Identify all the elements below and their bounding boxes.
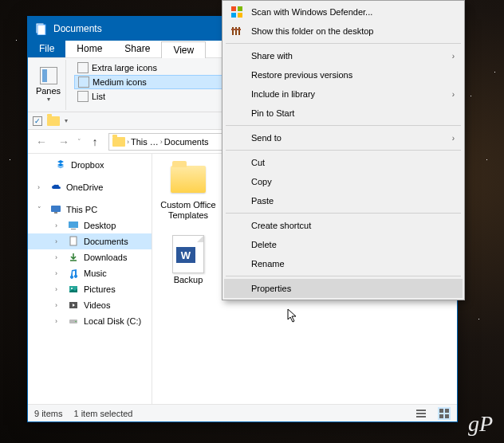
separator [226,125,461,126]
chevron-down-icon[interactable]: ▾ [65,117,68,124]
ctx-rename[interactable]: Rename [224,254,463,273]
ctx-send-to[interactable]: Send to › [224,128,463,147]
ctx-scan-defender[interactable]: Scan with Windows Defender... [224,2,463,22]
separator [226,150,461,151]
watermark: gP [468,411,493,437]
svg-rect-20 [238,6,242,11]
svg-rect-3 [54,212,57,214]
folder-icon[interactable] [47,116,60,126]
tab-view[interactable]: View [161,41,206,58]
pictures-icon [68,284,79,295]
svg-rect-1 [37,25,45,35]
ctx-restore-versions[interactable]: Restore previous versions [224,65,463,84]
chevron-down-icon[interactable]: ˅ [77,138,81,146]
svg-rect-17 [439,414,443,418]
tab-share[interactable]: Share [113,41,161,57]
sidebar-item-videos[interactable]: › Videos [28,297,152,313]
ctx-create-shortcut[interactable]: Create shortcut [224,216,463,235]
separator [226,213,461,214]
chevron-right-icon: › [55,269,63,277]
ctx-include-library[interactable]: Include in library › [224,84,463,104]
chevron-down-icon: ˅ [37,206,45,214]
chevron-right-icon: › [452,52,455,61]
chevron-right-icon: › [452,90,455,99]
chevron-right-icon: › [55,253,63,261]
desktop-icon [68,220,79,231]
chevron-right-icon: › [37,183,45,191]
sidebar-item-documents[interactable]: › Documents [28,233,152,249]
ctx-pin-start[interactable]: Pin to Start [224,104,463,123]
crumb-current[interactable]: Documents [164,137,209,147]
fences-icon [229,23,245,39]
drive-icon [68,316,79,327]
svg-rect-22 [238,13,242,18]
svg-rect-18 [445,414,449,418]
svg-rect-2 [51,206,61,212]
chevron-right-icon: › [55,237,63,245]
word-icon [172,235,204,273]
ribbon-panes-group[interactable]: Panes ▾ [31,60,66,110]
svg-rect-16 [445,409,449,413]
ctx-paste[interactable]: Paste [224,191,463,210]
ctx-delete[interactable]: Delete [224,235,463,254]
svg-rect-23 [232,27,234,35]
cursor-icon [287,308,300,324]
ctx-show-on-desktop[interactable]: Show this folder on the desktop [224,22,463,41]
chevron-right-icon: › [55,222,63,229]
svg-rect-13 [416,413,426,414]
file-backup[interactable]: Backup [159,233,218,305]
tab-home[interactable]: Home [65,41,113,57]
sidebar-item-music[interactable]: › Music [28,265,152,281]
sidebar-item-localdisk[interactable]: › Local Disk (C:) [28,313,152,329]
sidebar-item-downloads[interactable]: › Downloads [28,249,152,265]
documents-icon [34,22,47,35]
checkbox-icon[interactable]: ✓ [33,116,42,126]
ctx-cut[interactable]: Cut [224,153,463,172]
defender-icon [229,4,245,20]
separator [226,43,461,44]
svg-point-8 [71,288,73,289]
back-button[interactable]: ← [33,133,50,151]
tab-file[interactable]: File [28,41,65,57]
svg-rect-15 [439,409,443,413]
svg-rect-26 [231,29,241,30]
chevron-right-icon: › [452,134,455,143]
sidebar-item-onedrive[interactable]: › OneDrive [28,179,152,195]
chevron-right-icon: › [55,285,63,293]
downloads-icon [68,252,79,263]
chevron-right-icon: › [55,301,63,309]
view-details-button[interactable] [415,408,427,419]
navigation-pane-icon [40,67,57,84]
crumb-root[interactable]: This … [131,137,159,147]
window-title: Documents [53,23,102,34]
folder-icon [112,137,125,147]
folder-icon [171,166,206,193]
svg-point-11 [75,321,77,323]
view-icons-button[interactable] [438,407,451,420]
status-bar: 9 items 1 item selected [28,404,457,421]
svg-rect-24 [235,27,237,35]
videos-icon [68,300,79,311]
ctx-share-with[interactable]: Share with › [224,46,463,65]
sidebar-item-desktop[interactable]: › Desktop [28,218,152,233]
context-menu: Scan with Windows Defender... Show this … [222,0,465,300]
ctx-copy[interactable]: Copy [224,172,463,191]
svg-rect-25 [238,27,240,35]
svg-rect-4 [69,222,78,228]
forward-button[interactable]: → [55,133,73,151]
navigation-pane: Dropbox › OneDrive ˅ This PC › Desktop › [28,154,152,404]
panes-label: Panes [36,86,61,96]
music-icon [68,268,79,279]
up-button[interactable]: ↑ [86,133,104,151]
svg-rect-21 [231,13,236,18]
sidebar-item-dropbox[interactable]: Dropbox [28,157,152,173]
folder-custom-office-templates[interactable]: Custom Office Templates [159,159,218,230]
sidebar-item-thispc[interactable]: ˅ This PC [28,202,152,218]
computer-icon [50,204,61,215]
svg-rect-6 [70,237,77,245]
chevron-down-icon: ▾ [47,96,50,103]
separator [226,276,461,276]
sidebar-item-pictures[interactable]: › Pictures [28,281,152,297]
ctx-properties[interactable]: Properties [224,279,463,298]
documents-icon [68,236,79,247]
